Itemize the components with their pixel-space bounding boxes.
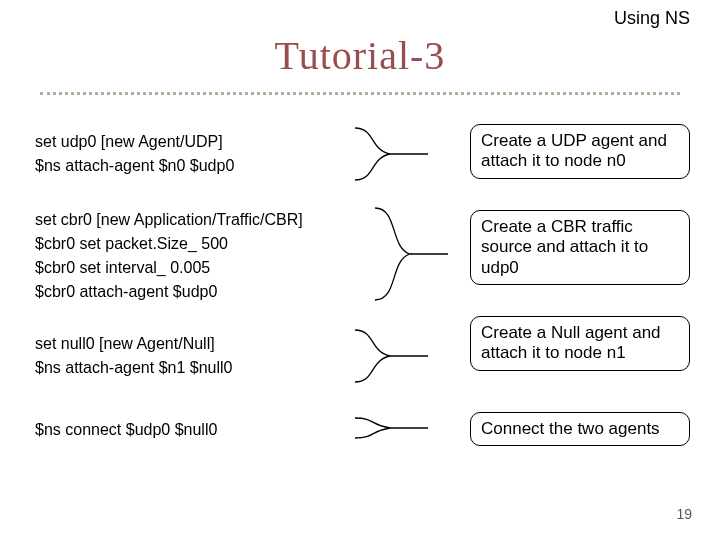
code-line: $ns attach-agent $n0 $udp0 [35,154,234,178]
header-label: Using NS [614,8,690,29]
code-line: set null0 [new Agent/Null] [35,332,232,356]
callout-cbr: Create a CBR traffic source and attach i… [470,210,690,285]
code-line: set udp0 [new Agent/UDP] [35,130,234,154]
callout-udp: Create a UDP agent and attach it to node… [470,124,690,179]
callout-connect: Connect the two agents [470,412,690,446]
code-line: $ns attach-agent $n1 $null0 [35,356,232,380]
page-number: 19 [676,506,692,522]
code-line: $ns connect $udp0 $null0 [35,418,217,442]
page-title: Tutorial-3 [0,32,720,79]
code-block-connect: $ns connect $udp0 $null0 [35,418,217,442]
code-block-null: set null0 [new Agent/Null] $ns attach-ag… [35,332,232,380]
code-block-cbr: set cbr0 [new Application/Traffic/CBR] $… [35,208,303,304]
code-line: $cbr0 set interval_ 0.005 [35,256,303,280]
code-block-udp: set udp0 [new Agent/UDP] $ns attach-agen… [35,130,234,178]
code-line: $cbr0 attach-agent $udp0 [35,280,303,304]
code-line: set cbr0 [new Application/Traffic/CBR] [35,208,303,232]
callout-null: Create a Null agent and attach it to nod… [470,316,690,371]
brace-icon [350,328,430,384]
brace-icon [370,206,450,302]
brace-icon [350,126,430,182]
code-line: $cbr0 set packet.Size_ 500 [35,232,303,256]
divider [40,92,680,95]
brace-icon [350,416,430,440]
slide: Using NS Tutorial-3 set udp0 [new Agent/… [0,0,720,540]
